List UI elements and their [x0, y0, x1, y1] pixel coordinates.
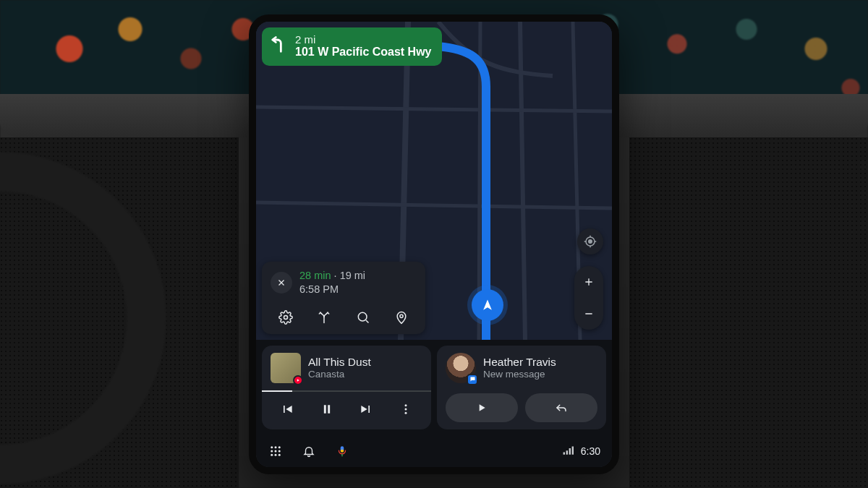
alternate-routes-button[interactable] — [312, 307, 336, 328]
eta-sep: · — [331, 270, 340, 281]
svg-point-6 — [404, 404, 407, 406]
turn-distance: 2 mi — [295, 33, 432, 46]
turn-left-arrow-icon — [269, 35, 289, 55]
map-view[interactable]: 2 mi 101 W Pacific Coast Hwy — [256, 22, 612, 340]
youtube-music-badge-icon — [293, 375, 303, 385]
svg-point-17 — [278, 453, 281, 455]
message-sender: Heather Travis — [483, 356, 556, 369]
zoom-out-button[interactable] — [574, 298, 603, 330]
svg-point-16 — [275, 453, 277, 455]
album-art-thumbnail — [271, 353, 301, 383]
infotainment-screen: 2 mi 101 W Pacific Coast Hwy — [249, 14, 619, 474]
playback-progress-bar[interactable] — [262, 390, 431, 392]
svg-point-10 — [275, 446, 277, 448]
reply-message-button[interactable] — [525, 393, 597, 422]
svg-point-4 — [358, 312, 367, 321]
svg-point-15 — [271, 453, 273, 455]
media-card[interactable]: All This Dust Canasta — [262, 346, 431, 429]
destination-pin-button[interactable] — [389, 307, 414, 328]
message-card[interactable]: Heather Travis New message — [437, 346, 606, 429]
svg-point-5 — [400, 314, 403, 317]
track-title: All This Dust — [308, 356, 371, 369]
speaker-grille-right — [629, 137, 868, 488]
clock-time: 6:30 — [581, 445, 600, 457]
eta-arrival-time: 6:58 PM — [299, 283, 365, 296]
notifications-button[interactable] — [301, 443, 317, 459]
svg-point-8 — [404, 411, 407, 414]
svg-point-1 — [589, 239, 592, 243]
svg-point-13 — [275, 450, 277, 452]
app-launcher-button[interactable] — [268, 443, 284, 459]
zoom-in-button[interactable] — [574, 266, 603, 298]
eta-card[interactable]: 28 min · 19 mi 6:58 PM — [262, 262, 425, 334]
previous-track-button[interactable] — [272, 398, 302, 421]
svg-point-14 — [278, 450, 281, 452]
bottom-cards-row: All This Dust Canasta — [256, 340, 612, 435]
media-overflow-button[interactable] — [391, 398, 421, 421]
track-artist: Canasta — [308, 369, 371, 380]
sender-avatar — [446, 353, 476, 383]
pause-button[interactable] — [312, 398, 342, 421]
nav-settings-button[interactable] — [273, 307, 298, 328]
message-status: New message — [483, 369, 556, 380]
system-navbar: 6:30 — [256, 435, 612, 467]
current-location-marker — [472, 289, 503, 321]
eta-distance: 19 mi — [340, 270, 365, 281]
svg-point-3 — [284, 315, 288, 319]
turn-instruction-card[interactable]: 2 mi 101 W Pacific Coast Hwy — [262, 27, 442, 66]
svg-rect-19 — [341, 449, 344, 452]
search-along-route-button[interactable] — [351, 307, 375, 328]
svg-point-12 — [271, 450, 273, 452]
svg-point-11 — [278, 446, 281, 448]
eta-duration: 28 min — [299, 270, 331, 281]
svg-point-9 — [271, 446, 273, 448]
recenter-button[interactable] — [577, 228, 603, 254]
svg-point-7 — [404, 408, 407, 410]
messages-app-badge-icon — [467, 374, 478, 385]
play-message-button[interactable] — [446, 393, 518, 422]
zoom-controls — [574, 266, 603, 330]
turn-road-name: 101 W Pacific Coast Hwy — [295, 46, 432, 59]
cell-signal-icon — [562, 446, 574, 456]
assistant-mic-button[interactable] — [334, 443, 350, 459]
next-track-button[interactable] — [351, 398, 381, 421]
close-navigation-button[interactable] — [271, 272, 292, 294]
